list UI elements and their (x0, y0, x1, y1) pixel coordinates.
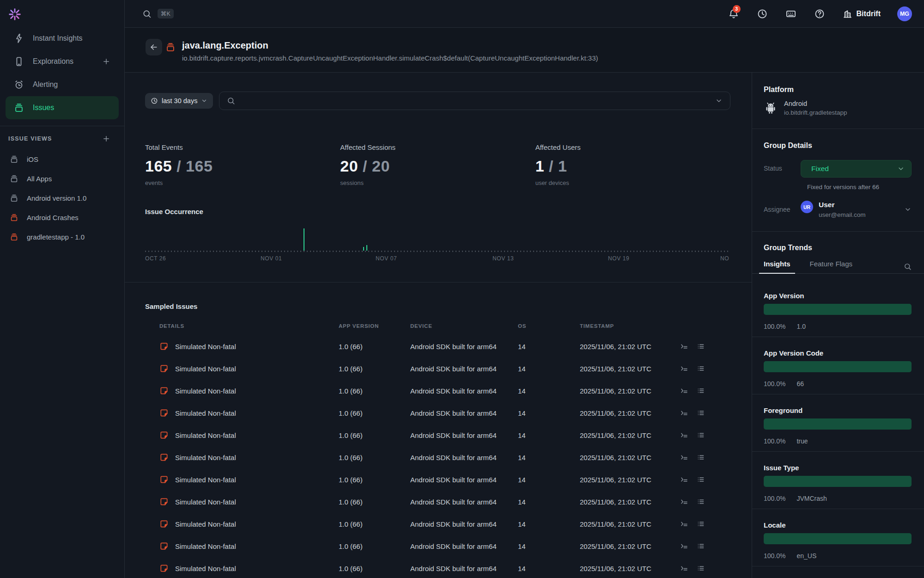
view-timeline-icon[interactable] (680, 364, 688, 373)
trend-bar[interactable] (764, 304, 912, 315)
sampled-issues-title: Sampled Issues (145, 302, 730, 310)
view-label: Android Crashes (27, 214, 79, 221)
view-details-list-icon[interactable] (697, 453, 705, 461)
table-row[interactable]: Simulated Non-fatal 1.0 (66) Android SDK… (159, 491, 730, 513)
view-details-list-icon[interactable] (697, 342, 705, 350)
stat-total-events: Total Events 165 / 165 events (145, 143, 340, 186)
cell-device: Android SDK built for arm64 (410, 365, 518, 373)
view-timeline-icon[interactable] (680, 564, 688, 572)
chart-bar[interactable] (304, 228, 304, 251)
add-exploration-button[interactable] (102, 57, 110, 66)
view-details-list-icon[interactable] (697, 387, 705, 395)
stat-current: 1 (535, 157, 544, 175)
view-timeline-icon[interactable] (680, 431, 688, 439)
global-search[interactable]: ⌘K (142, 9, 174, 18)
group-details-section: Group Details Status Fixed Fixed for ver… (752, 129, 924, 232)
view-timeline-icon[interactable] (680, 542, 688, 550)
view-details-list-icon[interactable] (697, 498, 705, 506)
table-row[interactable]: Simulated Non-fatal 1.0 (66) Android SDK… (159, 335, 730, 357)
view-details-list-icon[interactable] (697, 564, 705, 572)
issue-occurrence-chart[interactable]: OCT 26 NOV 01 NOV 07 NOV 13 NOV 19 NO (145, 215, 730, 264)
table-row[interactable]: Simulated Non-fatal 1.0 (66) Android SDK… (159, 446, 730, 468)
stat-total: 20 (372, 157, 390, 175)
table-row[interactable]: Simulated Non-fatal 1.0 (66) Android SDK… (159, 402, 730, 424)
view-details-list-icon[interactable] (697, 431, 705, 439)
notifications-button[interactable]: 3 (728, 8, 739, 19)
cell-app-version: 1.0 (66) (339, 454, 410, 461)
cell-details: Simulated Non-fatal (175, 343, 236, 350)
chart-bar[interactable] (363, 247, 364, 251)
table-row[interactable]: Simulated Non-fatal 1.0 (66) Android SDK… (159, 424, 730, 446)
sidebar-issue-view-item[interactable]: Android version 1.0 (0, 188, 124, 208)
chart-bar[interactable] (366, 245, 367, 251)
table-row[interactable]: Simulated Non-fatal 1.0 (66) Android SDK… (159, 380, 730, 402)
tab-feature-flags[interactable]: Feature Flags (810, 260, 853, 273)
table-row[interactable]: Simulated Non-fatal 1.0 (66) Android SDK… (159, 535, 730, 557)
view-timeline-icon[interactable] (680, 453, 688, 461)
view-timeline-icon[interactable] (680, 342, 688, 350)
stat-unit: user devices (535, 179, 730, 186)
stat-current: 165 (145, 157, 172, 175)
cell-app-version: 1.0 (66) (339, 520, 410, 528)
table-row[interactable]: Simulated Non-fatal 1.0 (66) Android SDK… (159, 513, 730, 535)
sidebar-item-explorations[interactable]: Explorations (0, 50, 124, 73)
cell-device: Android SDK built for arm64 (410, 476, 518, 484)
time-range-dropdown[interactable]: last 30 days (145, 93, 213, 109)
back-button[interactable] (146, 39, 162, 55)
filter-search-input[interactable] (219, 92, 730, 110)
view-details-list-icon[interactable] (697, 409, 705, 417)
bitdrift-logo-icon[interactable] (7, 7, 22, 22)
trend-percent: 100.0% (764, 495, 785, 502)
sidebar-item-alerting[interactable]: Alerting (0, 73, 124, 96)
view-label: iOS (27, 155, 38, 163)
cell-os: 14 (518, 387, 580, 395)
table-row[interactable]: Simulated Non-fatal 1.0 (66) Android SDK… (159, 357, 730, 380)
trend-percent: 100.0% (764, 552, 785, 560)
view-timeline-icon[interactable] (680, 409, 688, 417)
sidebar-item-instant-insights[interactable]: Instant Insights (0, 27, 124, 50)
table-row[interactable]: Simulated Non-fatal 1.0 (66) Android SDK… (159, 557, 730, 578)
trend-value: JVMCrash (796, 495, 827, 502)
view-details-list-icon[interactable] (697, 542, 705, 550)
sidebar-issue-view-item[interactable]: iOS (0, 149, 124, 169)
trend-bar[interactable] (764, 418, 912, 430)
alarm-icon (14, 80, 24, 90)
trend-bar[interactable] (764, 361, 912, 372)
org-switcher[interactable]: Bitdrift (843, 9, 881, 18)
cell-details: Simulated Non-fatal (175, 409, 236, 417)
view-timeline-icon[interactable] (680, 475, 688, 484)
cell-device: Android SDK built for arm64 (410, 343, 518, 350)
assignee-avatar[interactable]: UR (801, 201, 813, 213)
view-timeline-icon[interactable] (680, 520, 688, 528)
view-details-list-icon[interactable] (697, 364, 705, 373)
history-button[interactable] (757, 8, 768, 19)
chevron-down-icon[interactable] (715, 97, 723, 105)
shortcuts-button[interactable] (785, 8, 796, 19)
view-details-list-icon[interactable] (697, 475, 705, 484)
table-row[interactable]: Simulated Non-fatal 1.0 (66) Android SDK… (159, 468, 730, 491)
chevron-down-icon[interactable] (904, 206, 912, 213)
user-avatar[interactable]: MG (897, 6, 912, 21)
view-details-list-icon[interactable] (697, 520, 705, 528)
tab-insights[interactable]: Insights (764, 260, 790, 273)
trend-bar[interactable] (764, 533, 912, 544)
view-timeline-icon[interactable] (680, 498, 688, 506)
view-timeline-icon[interactable] (680, 387, 688, 395)
sidebar-issue-view-item[interactable]: gradletestapp - 1.0 (0, 227, 124, 246)
search-icon[interactable] (904, 263, 912, 271)
add-issue-view-button[interactable] (102, 135, 110, 143)
col-device: DEVICE (410, 323, 518, 329)
sidebar-item-issues[interactable]: Issues (6, 96, 119, 119)
sidebar-issue-view-item[interactable]: All Apps (0, 169, 124, 188)
help-button[interactable] (814, 8, 825, 19)
nonfatal-note-icon (159, 342, 169, 351)
view-label: gradletestapp - 1.0 (27, 233, 85, 241)
trend-label: Issue Type (764, 464, 912, 472)
keyboard-icon (785, 8, 796, 19)
sidebar-issue-view-item[interactable]: Android Crashes (0, 208, 124, 227)
cell-timestamp: 2025/11/06, 21:02 UTC (580, 565, 670, 572)
status-dropdown[interactable]: Fixed (801, 160, 912, 178)
issue-header: java.lang.Exception io.bitdrift.capture.… (125, 28, 924, 73)
trend-bar[interactable] (764, 476, 912, 487)
view-label: All Apps (27, 175, 52, 183)
